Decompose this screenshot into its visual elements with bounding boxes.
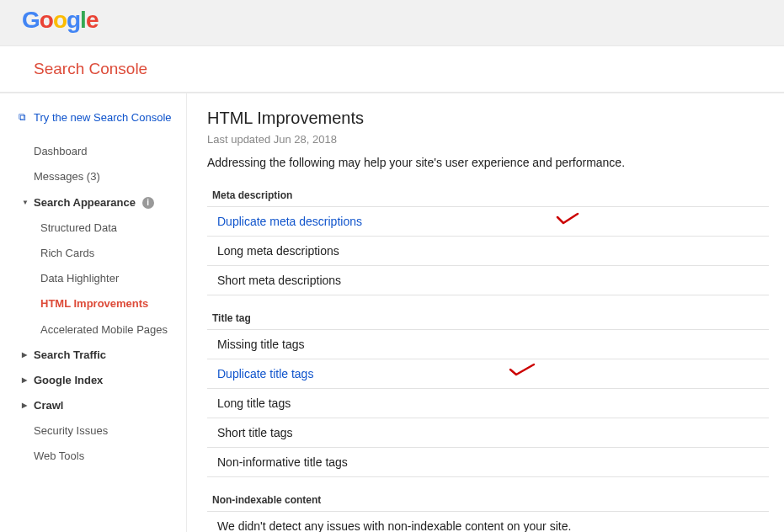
product-title: Search Console bbox=[34, 60, 147, 77]
sidebar-item-web-tools[interactable]: Web Tools bbox=[0, 444, 186, 469]
sidebar-section-google-index[interactable]: Google Index bbox=[0, 368, 186, 393]
caret-right-icon bbox=[22, 400, 27, 411]
row-duplicate-title-tags[interactable]: Duplicate title tags bbox=[207, 359, 769, 389]
top-bar: Google bbox=[0, 0, 784, 46]
section-label: Google Index bbox=[34, 374, 103, 386]
google-logo: Google bbox=[22, 7, 98, 33]
sidebar-item-security-issues[interactable]: Security Issues bbox=[0, 418, 186, 444]
caret-right-icon bbox=[22, 349, 27, 360]
page-title: HTML Improvements bbox=[207, 109, 769, 128]
sidebar-item-amp[interactable]: Accelerated Mobile Pages bbox=[0, 317, 186, 343]
row-label: Duplicate title tags bbox=[217, 367, 313, 380]
try-new-console-link[interactable]: ⧉ Try the new Search Console bbox=[0, 105, 186, 130]
intro-text: Addressing the following may help your s… bbox=[207, 156, 769, 169]
main-content: HTML Improvements Last updated Jun 28, 2… bbox=[187, 93, 784, 532]
row-non-informative-title-tags[interactable]: Non-informative title tags bbox=[207, 448, 769, 477]
sidebar-item-html-improvements[interactable]: HTML Improvements bbox=[0, 291, 186, 317]
sidebar-section-crawl[interactable]: Crawl bbox=[0, 393, 186, 418]
caret-down-icon bbox=[22, 197, 29, 208]
row-short-meta-descriptions[interactable]: Short meta descriptions bbox=[207, 266, 769, 295]
category-meta-description: Meta description bbox=[207, 184, 769, 207]
sidebar-item-data-highlighter[interactable]: Data Highlighter bbox=[0, 266, 186, 291]
row-label: Duplicate meta descriptions bbox=[217, 215, 362, 228]
sidebar-item-messages[interactable]: Messages (3) bbox=[0, 164, 186, 189]
row-short-title-tags[interactable]: Short title tags bbox=[207, 418, 769, 448]
sidebar-item-dashboard[interactable]: Dashboard bbox=[0, 139, 186, 164]
category-non-indexable: Non-indexable content bbox=[207, 489, 769, 512]
info-icon[interactable]: i bbox=[142, 197, 154, 209]
brand-bar: Search Console bbox=[0, 46, 784, 93]
sidebar-section-search-traffic[interactable]: Search Traffic bbox=[0, 343, 186, 368]
sidebar: ⧉ Try the new Search Console Dashboard M… bbox=[0, 93, 187, 532]
section-label: Crawl bbox=[34, 399, 63, 412]
row-long-meta-descriptions[interactable]: Long meta descriptions bbox=[207, 237, 769, 266]
section-label: Search Appearance bbox=[34, 196, 136, 209]
annotation-checkmark-icon bbox=[509, 363, 536, 378]
sidebar-section-search-appearance[interactable]: Search Appearance i bbox=[0, 190, 186, 215]
section-label: Search Traffic bbox=[34, 348, 106, 361]
popout-icon: ⧉ bbox=[19, 110, 26, 125]
try-new-label: Try the new Search Console bbox=[34, 111, 172, 124]
caret-right-icon bbox=[22, 375, 27, 386]
row-non-indexable-message: We didn't detect any issues with non-ind… bbox=[207, 512, 769, 532]
category-title-tag: Title tag bbox=[207, 307, 769, 330]
row-missing-title-tags[interactable]: Missing title tags bbox=[207, 330, 769, 359]
annotation-checkmark-icon bbox=[556, 212, 579, 227]
sidebar-item-rich-cards[interactable]: Rich Cards bbox=[0, 241, 186, 266]
row-long-title-tags[interactable]: Long title tags bbox=[207, 389, 769, 418]
row-duplicate-meta-descriptions[interactable]: Duplicate meta descriptions bbox=[207, 207, 769, 237]
sidebar-item-structured-data[interactable]: Structured Data bbox=[0, 215, 186, 241]
last-updated: Last updated Jun 28, 2018 bbox=[207, 133, 769, 146]
